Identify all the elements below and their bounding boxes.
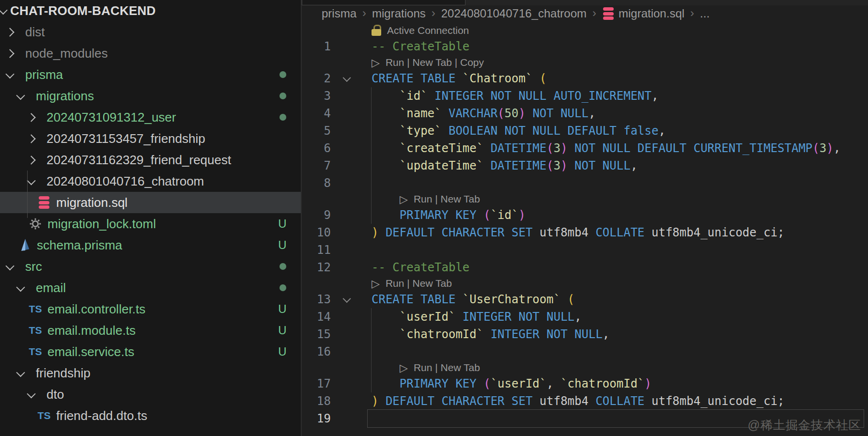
sidebar-file-email.service.ts[interactable]: TSemail.service.tsU bbox=[0, 341, 301, 362]
code-line-9[interactable]: 9 PRIMARY KEY (`id`) bbox=[302, 206, 868, 224]
chevron-right-icon[interactable] bbox=[27, 156, 35, 164]
codelens-row[interactable]: ▷Run | New Tab bbox=[302, 192, 868, 206]
token-id: `id` bbox=[491, 208, 519, 222]
code-line-16[interactable]: 16 bbox=[302, 343, 868, 360]
sidebar-folder-dist[interactable]: dist bbox=[0, 21, 301, 43]
fold-chevron-icon[interactable] bbox=[343, 295, 351, 303]
sidebar-folder-friendship[interactable]: friendship bbox=[0, 362, 301, 384]
token-kw: NOT NULL bbox=[574, 159, 631, 172]
code-line-8[interactable]: 8 bbox=[302, 174, 868, 192]
token-tx bbox=[483, 159, 490, 172]
codelens-content[interactable]: ▷Run | New Tab bbox=[367, 192, 864, 206]
breadcrumb-item[interactable]: 20240801040716_chatroom bbox=[441, 7, 587, 20]
sidebar-folder-20240731091312_user[interactable]: 20240731091312_user bbox=[0, 107, 301, 128]
code-line-content bbox=[367, 343, 864, 360]
chevron-down-icon[interactable] bbox=[16, 282, 25, 291]
code-line-14[interactable]: 14 `userId` INTEGER NOT NULL, bbox=[302, 308, 868, 326]
fold-chevron-icon[interactable] bbox=[343, 74, 351, 82]
chevron-down-icon[interactable] bbox=[27, 176, 35, 185]
typescript-icon: TS bbox=[28, 323, 43, 338]
codelens-row[interactable]: ▷Run | New Tab | Copy bbox=[302, 55, 868, 70]
codelens-content[interactable]: ▷Run | New Tab bbox=[367, 276, 864, 291]
sidebar-file-friend-add.dto.ts[interactable]: TSfriend-add.dto.ts bbox=[0, 405, 301, 426]
token-kw: CREATE TABLE bbox=[372, 293, 455, 306]
codelens-label[interactable]: Run | New Tab bbox=[414, 193, 480, 205]
codelens-content[interactable]: Active Connection bbox=[367, 23, 864, 38]
token-id: `userId` bbox=[400, 310, 456, 324]
token-tx: utf8mb4_unicode_ci; bbox=[645, 394, 785, 408]
chevron-down-icon[interactable] bbox=[5, 261, 14, 270]
code-line-11[interactable]: 11 bbox=[302, 241, 868, 259]
token-tx bbox=[477, 377, 483, 390]
sidebar-file-email.controller.ts[interactable]: TSemail.controller.tsU bbox=[0, 298, 301, 320]
sidebar-folder-20240801040716_chatroom[interactable]: 20240801040716_chatroom bbox=[0, 171, 301, 192]
sidebar-folder-migrations[interactable]: migrations bbox=[0, 85, 301, 107]
chevron-down-icon[interactable] bbox=[16, 91, 25, 99]
code-line-5[interactable]: 5 `type` BOOLEAN NOT NULL DEFAULT false, bbox=[302, 122, 868, 140]
code-line-7[interactable]: 7 `updateTime` DATETIME(3) NOT NULL, bbox=[302, 157, 868, 174]
sidebar-folder-node_modules[interactable]: node_modules bbox=[0, 43, 301, 64]
breadcrumb-item[interactable]: ... bbox=[700, 7, 710, 20]
token-kw: NOT NULL bbox=[532, 107, 589, 120]
code-line-13[interactable]: 13CREATE TABLE `UserChatroom` ( bbox=[302, 291, 868, 308]
sidebar-folder-20240731162329_friend_request[interactable]: 20240731162329_friend_request bbox=[0, 149, 301, 171]
sidebar-folder-20240731153457_friendship[interactable]: 20240731153457_friendship bbox=[0, 128, 301, 149]
chevron-right-icon[interactable] bbox=[27, 134, 35, 143]
sidebar-folder-src[interactable]: src bbox=[0, 256, 301, 277]
token-tx: utf8mb4 bbox=[532, 394, 595, 408]
sidebar-folder-prisma[interactable]: prisma bbox=[0, 64, 301, 85]
token-id: `id` bbox=[400, 89, 428, 103]
chevron-right-icon[interactable] bbox=[27, 113, 35, 122]
line-number: 9 bbox=[302, 208, 337, 222]
sidebar-file-schema.prisma[interactable]: schema.prismaU bbox=[0, 234, 301, 256]
active-tab-stub[interactable] bbox=[302, 0, 465, 5]
breadcrumb-separator-icon: › bbox=[432, 6, 435, 20]
token-kw: NOT NULL DEFAULT CURRENT_TIMESTAMP bbox=[574, 141, 812, 155]
breadcrumb-item[interactable]: migration.sql bbox=[602, 7, 684, 20]
run-play-icon[interactable]: ▷ bbox=[372, 57, 380, 69]
token-cm: -- CreateTable bbox=[372, 40, 469, 53]
codelens-content[interactable]: ▷Run | New Tab bbox=[367, 360, 864, 375]
untracked-badge: U bbox=[277, 324, 288, 337]
code-line-3[interactable]: 3 `id` INTEGER NOT NULL AUTO_INCREMENT, bbox=[302, 87, 868, 105]
code-area[interactable]: Active Connection1-- CreateTable▷Run | N… bbox=[302, 23, 868, 427]
sidebar-file-migration_lock.toml[interactable]: migration_lock.tomlU bbox=[0, 213, 301, 234]
codelens-row[interactable]: Active Connection bbox=[302, 23, 868, 38]
sidebar-file-email.module.ts[interactable]: TSemail.module.tsU bbox=[0, 320, 301, 341]
code-line-12[interactable]: 12-- CreateTable bbox=[302, 259, 868, 276]
codelens-row[interactable]: ▷Run | New Tab bbox=[302, 360, 868, 375]
token-p2: ( bbox=[812, 141, 819, 155]
chevron-down-icon[interactable] bbox=[16, 368, 25, 376]
code-line-15[interactable]: 15 `chatroomId` INTEGER NOT NULL, bbox=[302, 326, 868, 343]
sidebar-file-migration.sql[interactable]: migration.sql bbox=[0, 192, 301, 213]
run-play-icon[interactable]: ▷ bbox=[400, 193, 408, 205]
codelens-label[interactable]: Run | New Tab bbox=[386, 278, 452, 289]
run-play-icon[interactable]: ▷ bbox=[372, 278, 380, 290]
explorer-root-header[interactable]: CHAT-ROOM-BACKEND bbox=[0, 0, 301, 21]
token-tx bbox=[378, 394, 385, 408]
run-play-icon[interactable]: ▷ bbox=[400, 362, 408, 374]
token-p2: ) bbox=[560, 141, 567, 155]
codelens-row[interactable]: ▷Run | New Tab bbox=[302, 276, 868, 291]
codelens-label[interactable]: Active Connection bbox=[387, 25, 469, 36]
code-line-17[interactable]: 17 PRIMARY KEY (`userId`, `chatroomId`) bbox=[302, 375, 868, 392]
codelens-label[interactable]: Run | New Tab | Copy bbox=[386, 57, 484, 68]
code-line-4[interactable]: 4 `name` VARCHAR(50) NOT NULL, bbox=[302, 105, 868, 122]
token-tx: , bbox=[631, 159, 637, 172]
code-line-10[interactable]: 10) DEFAULT CHARACTER SET utf8mb4 COLLAT… bbox=[302, 224, 868, 241]
chevron-down-icon[interactable] bbox=[5, 69, 14, 78]
sidebar-folder-dto[interactable]: dto bbox=[0, 384, 301, 405]
code-line-2[interactable]: 2CREATE TABLE `Chatroom` ( bbox=[302, 70, 868, 87]
chevron-down-icon[interactable] bbox=[27, 389, 35, 398]
code-line-18[interactable]: 18) DEFAULT CHARACTER SET utf8mb4 COLLAT… bbox=[302, 392, 868, 410]
codelens-label[interactable]: Run | New Tab bbox=[414, 362, 480, 374]
chevron-right-icon[interactable] bbox=[5, 49, 14, 58]
code-line-1[interactable]: 1-- CreateTable bbox=[302, 38, 868, 55]
code-line-6[interactable]: 6 `createTime` DATETIME(3) NOT NULL DEFA… bbox=[302, 140, 868, 157]
breadcrumb-item[interactable]: prisma bbox=[322, 7, 356, 20]
sidebar-folder-email[interactable]: email bbox=[0, 277, 301, 298]
breadcrumb-item[interactable]: migrations bbox=[372, 7, 426, 20]
codelens-content[interactable]: ▷Run | New Tab | Copy bbox=[367, 55, 864, 70]
chevron-right-icon[interactable] bbox=[5, 28, 14, 36]
token-ws bbox=[372, 107, 400, 120]
